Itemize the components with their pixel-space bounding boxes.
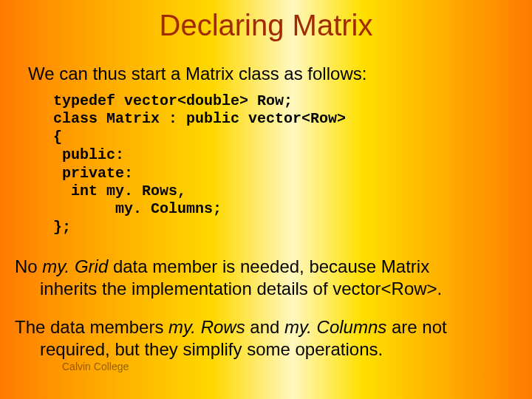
para1-italic: my. Grid — [42, 256, 108, 276]
para2-italic-1: my. Rows — [168, 317, 245, 337]
para2-lead: The data members — [15, 317, 168, 337]
slide-title: Declaring Matrix — [15, 9, 517, 42]
para2-mid: and — [245, 317, 284, 337]
code-block: typedef vector<double> Row; class Matrix… — [53, 92, 517, 236]
para2-tail: are not — [386, 317, 446, 337]
intro-text: We can thus start a Matrix class as foll… — [28, 63, 510, 85]
para1-tail: data member is needed, because Matrix — [108, 256, 429, 276]
para1-continuation: inherits the implementation details of v… — [15, 278, 510, 300]
para1-lead: No — [15, 256, 42, 276]
para2-continuation: required, but they simplify some operati… — [15, 338, 510, 361]
slide: Declaring Matrix We can thus start a Mat… — [0, 0, 532, 399]
para2-italic-2: my. Columns — [284, 317, 386, 337]
paragraph-2: The data members my. Rows and my. Column… — [15, 316, 510, 361]
paragraph-1: No my. Grid data member is needed, becau… — [15, 256, 510, 300]
footer-text: Calvin College — [62, 361, 129, 372]
